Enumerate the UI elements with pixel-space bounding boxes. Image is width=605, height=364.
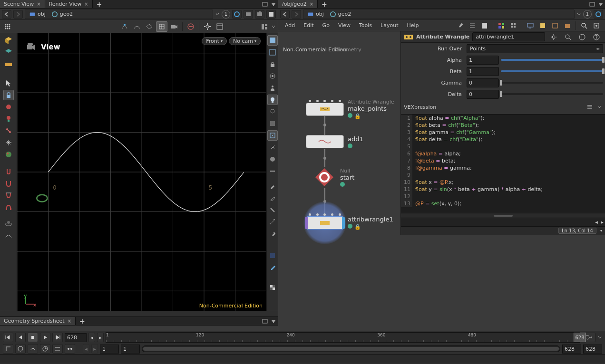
scene-viewport[interactable]: 0 5 View Front▾ No cam▾ Non-Commercial E… [17, 33, 266, 311]
stop-button[interactable] [28, 333, 38, 342]
tab-render-view[interactable]: Render View× [45, 0, 93, 8]
param-value-gamma[interactable]: 0 [467, 78, 499, 87]
param-value-alpha[interactable]: 1 [467, 56, 499, 65]
gear-icon[interactable] [202, 21, 213, 32]
layout-icon[interactable] [259, 21, 270, 32]
normals-icon[interactable] [267, 142, 278, 153]
brush-icon[interactable] [267, 181, 278, 192]
help-icon[interactable]: ? [591, 32, 602, 42]
param-value-beta[interactable]: 1 [467, 67, 499, 76]
menu-add[interactable]: Add [281, 21, 299, 30]
wrench-icon[interactable] [454, 20, 466, 31]
close-icon[interactable]: × [84, 1, 88, 7]
scope-icon[interactable] [52, 344, 63, 354]
range-prev-icon[interactable]: ◂ [83, 344, 89, 354]
person-icon[interactable] [267, 83, 278, 93]
menu-triangle-icon[interactable] [270, 2, 277, 7]
display-options-icon[interactable] [214, 21, 225, 32]
menu-go[interactable]: Go [319, 21, 333, 30]
cube-teal-icon[interactable] [3, 47, 14, 57]
eyedropper-icon[interactable] [267, 262, 278, 273]
path-breadcrumb[interactable]: obj geo2 [25, 10, 213, 19]
dash-icon[interactable] [267, 166, 278, 176]
search-icon[interactable] [578, 20, 590, 31]
sphere-colored-icon[interactable] [3, 149, 14, 160]
key-prev-button[interactable]: ◂ [88, 333, 95, 342]
play-button[interactable] [40, 333, 50, 342]
param-value-delta[interactable]: 0 [467, 90, 499, 99]
param-slider-beta[interactable] [501, 70, 603, 72]
chevron-down-icon[interactable] [215, 12, 220, 17]
snap-point-icon[interactable] [119, 21, 130, 32]
menu-triangle-icon[interactable] [270, 319, 277, 324]
sticky-note-icon[interactable] [537, 20, 548, 31]
scroll-left-icon[interactable]: ◂ [594, 218, 599, 226]
cube-yellow-icon[interactable] [3, 35, 14, 46]
camera-gizmo-icon[interactable] [26, 42, 36, 52]
lock-view-icon[interactable] [267, 59, 278, 69]
node-attribwrangle1[interactable]: attribwrangle1 🔒 [306, 216, 393, 230]
key-next-button[interactable]: ▸ [97, 333, 104, 342]
menu-view[interactable]: View [334, 21, 354, 30]
magnet3-icon[interactable] [3, 190, 14, 201]
audio-icon[interactable] [28, 344, 38, 354]
nav-forward-button[interactable] [13, 10, 23, 19]
resize-handle[interactable] [494, 215, 513, 217]
display-flag-icon[interactable] [348, 144, 352, 148]
shading-icon[interactable] [267, 35, 278, 46]
light-bulb-icon[interactable] [267, 95, 278, 105]
close-icon[interactable]: × [310, 1, 313, 7]
snapshot-icon[interactable] [244, 10, 253, 19]
grid-toggle-icon[interactable] [2, 21, 13, 32]
range-slider[interactable] [142, 345, 560, 352]
pin-button[interactable] [232, 10, 242, 19]
bulb-off-icon[interactable] [267, 106, 278, 117]
chevron-down-icon[interactable]: ▾ [600, 229, 602, 233]
grid-view-icon[interactable] [508, 20, 519, 31]
arrow-select-icon[interactable] [3, 78, 14, 88]
snap-grid-icon[interactable] [156, 21, 167, 32]
range-next-icon[interactable]: ▸ [91, 344, 98, 354]
netbox-icon[interactable] [549, 20, 561, 31]
menu-tools[interactable]: Tools [355, 21, 376, 30]
vex-presets-icon[interactable] [584, 102, 595, 112]
sphere-shade-icon[interactable] [267, 154, 278, 164]
close-icon[interactable]: × [37, 1, 40, 7]
chevron-down-icon[interactable] [596, 102, 602, 112]
pane-link-badge[interactable]: 1 [583, 10, 592, 19]
tab-geometry-spreadsheet[interactable]: Geometry Spreadsheet× [0, 317, 76, 325]
no-entry-icon[interactable] [185, 21, 196, 32]
plane-icon[interactable] [3, 59, 14, 69]
clock-icon[interactable] [40, 344, 50, 354]
snap-curve-icon[interactable] [131, 21, 143, 32]
global-start-input[interactable]: 1 [121, 345, 140, 354]
display-flag-icon[interactable] [348, 113, 352, 118]
pencil-icon[interactable] [267, 193, 278, 203]
breadcrumb-geo2[interactable]: geo2 [49, 11, 75, 18]
param-slider-alpha[interactable] [501, 59, 603, 61]
sheet-icon[interactable] [479, 20, 490, 31]
magnet2-icon[interactable] [3, 178, 14, 189]
integer-frames-icon[interactable] [65, 344, 75, 354]
lock-icon[interactable] [3, 90, 14, 100]
add-tab-button[interactable]: + [76, 317, 89, 325]
runover-select[interactable]: Points◂▸ [467, 44, 603, 53]
path-breadcrumb[interactable]: obj geo2 [303, 10, 575, 19]
breadcrumb-obj[interactable]: obj [27, 11, 48, 18]
nav-back-button[interactable] [280, 10, 290, 19]
menu-layout[interactable]: Layout [377, 21, 402, 30]
param-slider-delta[interactable] [501, 93, 603, 95]
loop-icon[interactable] [15, 344, 26, 354]
list-icon[interactable] [467, 20, 478, 31]
gear-icon[interactable] [548, 32, 559, 42]
point-display-icon[interactable] [267, 130, 278, 141]
node-start[interactable]: Nullstart [313, 166, 354, 188]
snap-multi-icon[interactable] [144, 21, 155, 32]
global-end-input[interactable]: 628 [562, 345, 581, 354]
headphones-icon[interactable] [3, 202, 14, 212]
menu-triangle-icon[interactable] [597, 2, 604, 7]
add-tab-button[interactable]: + [93, 0, 106, 8]
measure-icon[interactable] [267, 217, 278, 227]
focus-icon[interactable] [591, 20, 602, 31]
scroll-right-icon[interactable]: ▸ [599, 218, 605, 226]
